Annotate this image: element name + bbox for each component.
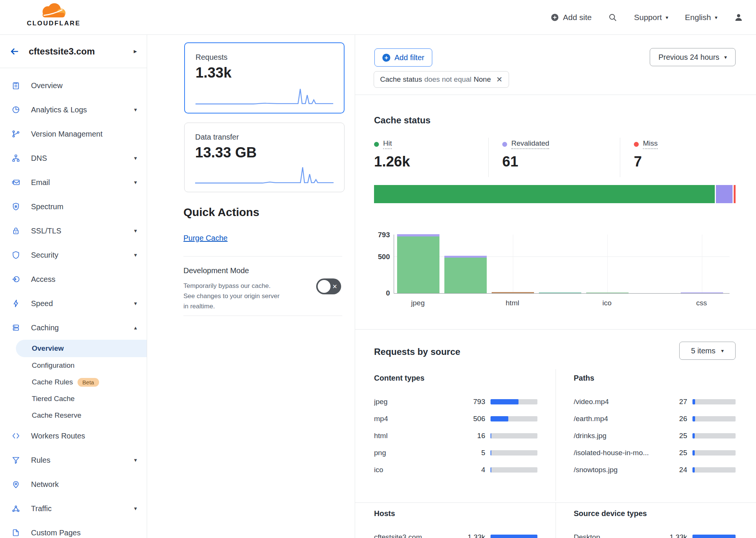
sidebar-item-label: Version Management <box>31 130 137 138</box>
sidebar-subitem-cache-rules[interactable]: Cache RulesBeta <box>0 374 147 390</box>
row-value: 24 <box>659 466 687 474</box>
sidebar-subitem-configuration[interactable]: Configuration <box>0 357 147 374</box>
sidebar-item-label: Spectrum <box>31 202 137 211</box>
sidebar-item-label: Security <box>31 251 134 260</box>
sidebar-item-traffic[interactable]: Traffic▾ <box>0 496 147 521</box>
table-row: cftestsite3.com1.33k <box>374 529 537 538</box>
language-label: English <box>685 13 711 22</box>
sidebar-item-workers-routes[interactable]: Workers Routes <box>0 424 147 448</box>
row-value: 4 <box>457 466 485 474</box>
table-row: jpeg793 <box>374 393 537 410</box>
sidebar-item-label: Analytics & Logs <box>31 106 134 114</box>
sidebar-item-label: SSL/TLS <box>31 227 134 235</box>
table-row: png5 <box>374 444 537 461</box>
add-site-label: Add site <box>563 13 592 22</box>
add-site-button[interactable]: Add site <box>550 13 592 22</box>
table-row: /earth.mp426 <box>574 410 736 427</box>
sidebar-item-spectrum[interactable]: Spectrum <box>0 194 147 219</box>
sidebar-item-access[interactable]: Access <box>0 267 147 291</box>
content-types-section: Content typesjpeg793mp4506html16png5ico4 <box>374 374 537 478</box>
sidebar-item-email[interactable]: Email▾ <box>0 170 147 194</box>
row-value: 26 <box>659 415 687 423</box>
x-tick-html: html <box>491 299 534 307</box>
filter-field: Cache status <box>380 75 422 84</box>
dns-icon <box>11 154 20 163</box>
development-mode-toggle[interactable]: ✕ <box>316 278 341 294</box>
items-count-dropdown[interactable]: 5 items ▾ <box>679 342 736 360</box>
language-menu[interactable]: English ▾ <box>685 13 717 22</box>
chevron-down-icon: ▾ <box>724 54 727 60</box>
legend-dot-icon <box>502 142 507 147</box>
add-filter-button[interactable]: + Add filter <box>374 48 432 67</box>
sidebar-item-dns[interactable]: DNS▾ <box>0 146 147 170</box>
gridline-vertical <box>513 235 513 293</box>
row-bar <box>692 450 736 456</box>
filter-value: None <box>474 75 491 84</box>
purge-cache-link[interactable]: Purge Cache <box>183 234 228 243</box>
chevron-down-icon: ▾ <box>134 252 137 258</box>
sidebar-subitem-cache-reserve[interactable]: Cache Reserve <box>0 407 147 424</box>
bar-mp4 <box>444 256 487 293</box>
sidebar-item-speed[interactable]: Speed▾ <box>0 291 147 316</box>
row-bar <box>491 467 537 473</box>
row-bar-fill <box>491 467 491 473</box>
sidebar-item-analytics-logs[interactable]: Analytics & Logs▾ <box>0 98 147 122</box>
sidebar-item-label: Speed <box>31 299 134 308</box>
user-account-icon[interactable] <box>734 13 743 22</box>
subnav-caching: OverviewConfigurationCache RulesBetaTier… <box>0 340 147 424</box>
stat-head: Hit <box>374 139 488 149</box>
row-value: 1.33k <box>457 533 485 538</box>
time-range-dropdown[interactable]: Previous 24 hours ▾ <box>650 48 736 66</box>
cloudflare-logo[interactable]: CLOUDFLARE <box>23 2 84 27</box>
table-row: mp4506 <box>374 410 537 427</box>
stat-label[interactable]: Revalidated <box>511 139 549 149</box>
data-transfer-label: Data transfer <box>195 133 334 141</box>
requests-metric-card[interactable]: Requests 1.33k <box>184 42 345 114</box>
access-icon <box>11 275 20 284</box>
support-menu[interactable]: Support ▾ <box>634 13 668 22</box>
row-bar <box>692 416 736 421</box>
sidebar-item-caching[interactable]: Caching▴ <box>0 316 147 340</box>
remove-filter-icon[interactable]: ✕ <box>496 75 503 84</box>
stat-label[interactable]: Miss <box>643 139 658 149</box>
filter-chip[interactable]: Cache status does not equal None ✕ <box>374 71 509 88</box>
data-transfer-metric-card[interactable]: Data transfer 13.33 GB <box>184 123 345 192</box>
legend-dot-icon <box>634 142 639 147</box>
brand-wordmark: CLOUDFLARE <box>23 20 84 27</box>
sidebar-subitem-overview[interactable]: Overview <box>16 340 147 357</box>
sidebar-item-rules[interactable]: Rules▾ <box>0 448 147 472</box>
bar-segment <box>444 258 487 293</box>
source-section-title: Hosts <box>374 509 537 518</box>
sidebar-item-version-management[interactable]: Version Management <box>0 122 147 146</box>
sidebar-item-overview[interactable]: Overview <box>0 73 147 98</box>
distribution-segment-miss <box>734 185 736 203</box>
row-bar-fill <box>692 433 695 438</box>
sidebar-item-ssl-tls[interactable]: SSL/TLS▾ <box>0 219 147 243</box>
sidebar-subitem-tiered-cache[interactable]: Tiered Cache <box>0 390 147 407</box>
back-arrow-icon[interactable] <box>9 46 20 57</box>
distribution-segment-hit <box>374 185 715 203</box>
requests-value: 1.33k <box>196 65 333 81</box>
row-label: ico <box>374 466 457 474</box>
sidebar-item-custom-pages[interactable]: Custom Pages <box>0 521 147 538</box>
row-bar-fill <box>692 416 695 421</box>
bar-segment <box>681 292 723 293</box>
x-tick-jpeg: jpeg <box>397 299 439 307</box>
sidebar-subitem-label: Overview <box>32 344 64 353</box>
stat-head: Revalidated <box>502 139 620 149</box>
chevron-right-icon[interactable]: ▸ <box>134 47 137 55</box>
source-section-title: Content types <box>374 374 537 383</box>
search-icon[interactable] <box>608 13 617 22</box>
cache-status-distribution-bar <box>374 185 736 203</box>
sidebar-item-label: DNS <box>31 154 134 163</box>
chevron-down-icon: ▾ <box>134 106 137 113</box>
security-icon <box>11 250 20 260</box>
stat-label[interactable]: Hit <box>383 139 392 149</box>
row-bar-fill <box>692 399 695 404</box>
filter-operator: does not equal <box>424 75 472 84</box>
sidebar-item-label: Traffic <box>31 504 134 513</box>
sidebar-item-security[interactable]: Security▾ <box>0 243 147 267</box>
row-bar-fill <box>491 433 491 438</box>
sidebar-item-network[interactable]: Network <box>0 472 147 496</box>
beta-badge: Beta <box>78 378 99 387</box>
